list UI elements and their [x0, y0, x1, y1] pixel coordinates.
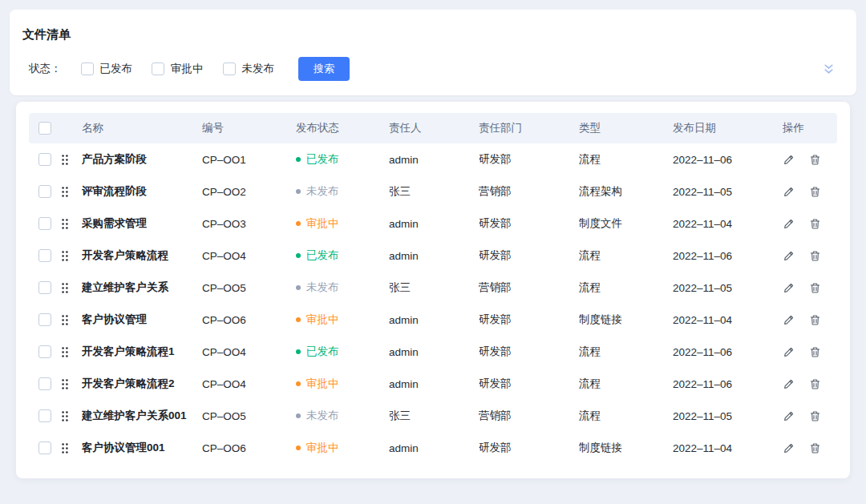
drag-handle-icon[interactable]	[61, 282, 69, 294]
row-status: 未发布	[296, 409, 389, 423]
row-department: 研发部	[479, 345, 579, 359]
row-department: 研发部	[479, 248, 579, 263]
row-code: CP–OO5	[202, 282, 296, 294]
delete-icon[interactable]	[809, 378, 821, 390]
filter-option-approving[interactable]: 审批中	[152, 62, 204, 76]
row-operations	[783, 346, 837, 358]
column-header-department: 责任部门	[479, 121, 579, 135]
checkbox-unpublished[interactable]	[223, 62, 236, 75]
row-date: 2022–11–05	[673, 282, 783, 294]
row-owner: admin	[389, 346, 479, 358]
drag-handle-icon[interactable]	[61, 378, 69, 390]
status-text: 审批中	[306, 377, 339, 391]
search-button[interactable]: 搜索	[298, 57, 350, 81]
status-dot	[296, 349, 301, 354]
status-dot	[296, 285, 301, 290]
row-checkbox[interactable]	[38, 249, 51, 262]
row-code: CP–OO4	[202, 378, 296, 390]
row-operations	[783, 442, 837, 454]
row-code: CP–OO3	[202, 218, 296, 230]
table-row: 采购需求管理 CP–OO3 审批中 admin 研发部 制度文件 2022–11…	[29, 208, 837, 240]
table-row: 客户协议管理001 CP–OO6 审批中 admin 研发部 制度链接 2022…	[29, 432, 837, 464]
filter-option-unpublished[interactable]: 未发布	[223, 62, 275, 76]
row-code: CP–OO6	[202, 442, 296, 454]
row-checkbox[interactable]	[38, 409, 51, 422]
status-dot	[296, 381, 301, 386]
delete-icon[interactable]	[809, 442, 821, 454]
edit-icon[interactable]	[783, 186, 795, 198]
row-checkbox[interactable]	[38, 153, 51, 166]
edit-icon[interactable]	[783, 378, 795, 390]
column-header-type: 类型	[579, 121, 673, 135]
checkbox-published[interactable]	[81, 62, 94, 75]
status-dot	[296, 189, 301, 194]
delete-icon[interactable]	[809, 314, 821, 326]
table-row: 开发客户策略流程 CP–OO4 已发布 admin 研发部 流程 2022–11…	[29, 240, 837, 272]
column-header-code: 编号	[202, 121, 296, 135]
row-checkbox[interactable]	[38, 442, 51, 454]
edit-icon[interactable]	[783, 250, 795, 262]
row-name: 客户协议管理	[82, 312, 202, 327]
row-name: 产品方案阶段	[82, 152, 202, 167]
row-department: 营销部	[479, 280, 579, 295]
row-code: CP–OO4	[202, 250, 296, 262]
column-header-date: 发布日期	[673, 121, 783, 135]
drag-handle-icon[interactable]	[61, 314, 69, 326]
table-row: 客户协议管理 CP–OO6 审批中 admin 研发部 制度链接 2022–11…	[29, 304, 837, 336]
row-date: 2022–11–06	[673, 250, 783, 262]
filter-panel: 文件清单 状态： 已发布 审批中 未发布 搜索	[10, 10, 856, 95]
delete-icon[interactable]	[809, 410, 821, 422]
row-checkbox[interactable]	[38, 313, 51, 326]
delete-icon[interactable]	[809, 154, 821, 166]
status-text: 审批中	[306, 441, 339, 455]
filter-option-published[interactable]: 已发布	[81, 62, 133, 76]
status-text: 已发布	[306, 248, 339, 263]
table-row: 开发客户策略流程1 CP–OO4 已发布 admin 研发部 流程 2022–1…	[29, 336, 837, 368]
row-checkbox[interactable]	[38, 377, 51, 390]
file-table-card: 名称 编号 发布状态 责任人 责任部门 类型 发布日期 操作 产品方案阶段 CP…	[16, 102, 850, 478]
row-department: 营销部	[479, 184, 579, 199]
delete-icon[interactable]	[809, 282, 821, 294]
table-header: 名称 编号 发布状态 责任人 责任部门 类型 发布日期 操作	[29, 113, 837, 143]
drag-handle-icon[interactable]	[61, 346, 69, 358]
table-body: 产品方案阶段 CP–OO1 已发布 admin 研发部 流程 2022–11–0…	[29, 143, 837, 464]
edit-icon[interactable]	[783, 154, 795, 166]
edit-icon[interactable]	[783, 442, 795, 454]
edit-icon[interactable]	[783, 314, 795, 326]
row-department: 研发部	[479, 216, 579, 231]
delete-icon[interactable]	[809, 346, 821, 358]
drag-handle-icon[interactable]	[61, 154, 69, 166]
row-name: 采购需求管理	[82, 216, 202, 231]
row-checkbox[interactable]	[38, 345, 51, 358]
checkbox-approving[interactable]	[152, 62, 164, 75]
delete-icon[interactable]	[809, 186, 821, 198]
row-checkbox[interactable]	[38, 185, 51, 198]
chevron-double-down-icon[interactable]	[822, 63, 836, 75]
column-header-owner: 责任人	[389, 121, 479, 135]
drag-handle-icon[interactable]	[61, 218, 69, 230]
edit-icon[interactable]	[783, 410, 795, 422]
drag-handle-icon[interactable]	[61, 250, 69, 262]
edit-icon[interactable]	[783, 218, 795, 230]
table-row: 产品方案阶段 CP–OO1 已发布 admin 研发部 流程 2022–11–0…	[29, 143, 837, 175]
status-text: 未发布	[306, 184, 339, 199]
status-dot	[296, 157, 301, 162]
row-status: 审批中	[296, 441, 389, 455]
edit-icon[interactable]	[783, 282, 795, 294]
drag-handle-icon[interactable]	[61, 410, 69, 422]
row-name: 评审流程阶段	[82, 184, 202, 199]
select-all-checkbox[interactable]	[38, 122, 51, 135]
drag-handle-icon[interactable]	[61, 186, 69, 198]
row-checkbox[interactable]	[38, 217, 51, 230]
row-checkbox[interactable]	[38, 281, 51, 294]
row-operations	[783, 282, 837, 294]
delete-icon[interactable]	[809, 250, 821, 262]
row-department: 研发部	[479, 312, 579, 327]
status-dot	[296, 253, 301, 258]
edit-icon[interactable]	[783, 346, 795, 358]
delete-icon[interactable]	[809, 218, 821, 230]
row-department: 研发部	[479, 441, 579, 455]
drag-handle-icon[interactable]	[61, 442, 69, 454]
status-dot	[296, 446, 301, 450]
table-row: 开发客户策略流程2 CP–OO4 审批中 admin 研发部 流程 2022–1…	[29, 368, 837, 400]
